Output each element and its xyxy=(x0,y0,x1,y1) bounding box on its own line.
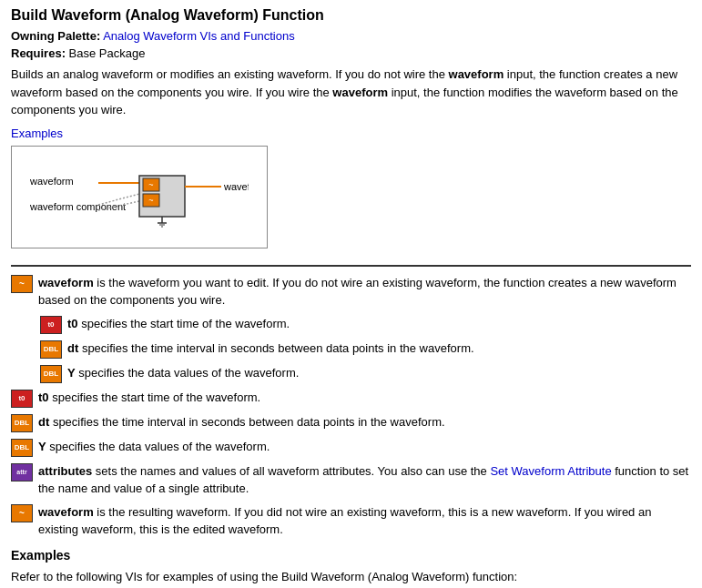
set-waveform-attribute-link[interactable]: Set Waveform Attribute xyxy=(490,464,611,478)
param-attributes: attr attributes sets the names and value… xyxy=(11,462,691,498)
param-y-out: DBL Y specifies the data values of the w… xyxy=(11,438,691,457)
param-dt-out: DBL dt specifies the time interval in se… xyxy=(11,413,691,432)
param-y-sub: DBL Y specifies the data values of the w… xyxy=(40,364,691,383)
examples-top-link[interactable]: Examples xyxy=(11,127,691,140)
page-title: Build Waveform (Analog Waveform) Functio… xyxy=(11,7,691,24)
examples-intro: Refer to the following VIs for examples … xyxy=(11,568,691,586)
attributes-icon: attr xyxy=(11,463,33,482)
owning-palette-label: Owning Palette: xyxy=(11,29,100,43)
output-params-list: t0 t0 specifies the start time of the wa… xyxy=(11,389,691,539)
requires-label: Requires: xyxy=(11,46,66,60)
svg-text:~: ~ xyxy=(148,180,153,189)
param-t0-sub: t0 t0 specifies the start time of the wa… xyxy=(40,315,691,334)
param-waveform-output: ~ waveform is the resulting waveform. If… xyxy=(11,503,691,539)
attributes-text: attributes sets the names and values of … xyxy=(38,462,691,498)
param-dt-sub: DBL dt specifies the time interval in se… xyxy=(40,340,691,359)
t0-sub-icon: t0 xyxy=(40,316,62,334)
dt-out-text: dt specifies the time interval in second… xyxy=(38,413,445,431)
svg-text:waveform: waveform xyxy=(223,181,249,192)
t0-out-text: t0 specifies the start time of the wavef… xyxy=(38,389,260,407)
y-out-text: Y specifies the data values of the wavef… xyxy=(38,438,270,456)
waveform-input-icon: ~ xyxy=(11,275,33,293)
examples-section: Examples Refer to the following VIs for … xyxy=(11,548,691,589)
param-t0-out: t0 t0 specifies the start time of the wa… xyxy=(11,389,691,408)
y-out-icon: DBL xyxy=(11,439,33,457)
svg-text:waveform: waveform xyxy=(30,176,74,187)
dt-sub-text: dt specifies the time interval in second… xyxy=(67,340,474,358)
page-container: Build Waveform (Analog Waveform) Functio… xyxy=(0,0,702,588)
dt-out-icon: DBL xyxy=(11,414,33,432)
description-text: Builds an analog waveform or modifies an… xyxy=(11,66,691,119)
t0-out-icon: t0 xyxy=(11,390,33,408)
waveform-output-icon: ~ xyxy=(11,504,33,522)
t0-sub-text: t0 specifies the start time of the wavef… xyxy=(67,315,290,333)
input-params-list: ~ waveform is the waveform you want to e… xyxy=(11,274,691,383)
svg-text:~: ~ xyxy=(148,196,153,205)
owning-palette-link[interactable]: Analog Waveform VIs and Functions xyxy=(103,29,295,43)
param-waveform-input: ~ waveform is the waveform you want to e… xyxy=(11,274,691,309)
dt-sub-icon: DBL xyxy=(40,340,62,359)
y-sub-icon: DBL xyxy=(40,365,62,383)
examples-heading: Examples xyxy=(11,548,691,563)
owning-palette-row: Owning Palette: Analog Waveform VIs and … xyxy=(11,29,691,43)
waveform-input-text: waveform is the waveform you want to edi… xyxy=(38,274,691,309)
diagram-box: waveform waveform component ~ ~ waveform xyxy=(11,146,268,248)
requires-row: Requires: Base Package xyxy=(11,46,691,60)
waveform-output-text: waveform is the resulting waveform. If y… xyxy=(38,503,691,539)
svg-text:waveform component: waveform component xyxy=(30,201,126,212)
diagram-svg: waveform waveform component ~ ~ waveform xyxy=(30,157,249,230)
requires-value: Base Package xyxy=(69,46,146,60)
y-sub-text: Y specifies the data values of the wavef… xyxy=(67,364,299,382)
section-divider xyxy=(11,265,691,267)
